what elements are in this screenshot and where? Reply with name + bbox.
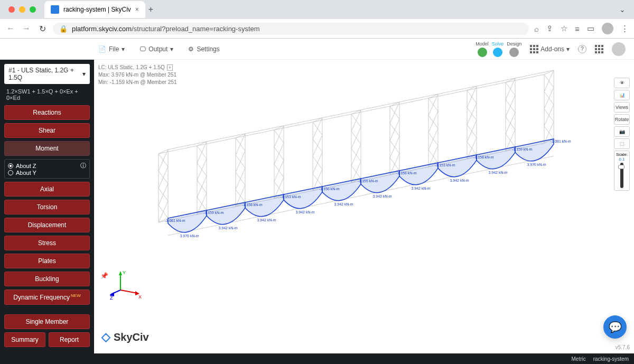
- rotate-button[interactable]: Rotate: [614, 114, 630, 125]
- about-z-radio[interactable]: About Zⓘ: [8, 162, 86, 170]
- menu-icon[interactable]: ⋮: [621, 24, 629, 33]
- app-toolbar: 📄File▾ 🖵Output▾ ⚙Settings Model Solve De…: [0, 39, 634, 60]
- project-label[interactable]: racking-system: [593, 356, 629, 362]
- forward-button[interactable]: →: [21, 24, 32, 33]
- about-y-radio[interactable]: About Y: [8, 170, 86, 176]
- svg-line-133: [544, 70, 554, 92]
- apps-launcher-icon[interactable]: [595, 45, 603, 53]
- help-icon[interactable]: ?: [578, 45, 586, 53]
- file-menu[interactable]: 📄File▾: [98, 45, 125, 53]
- tab-title: racking-system | SkyCiv: [63, 6, 131, 13]
- single-member-button[interactable]: Single Member: [4, 314, 90, 329]
- svg-text:3.942 kN-m: 3.942 kN-m: [412, 186, 431, 190]
- svg-line-71: [351, 127, 361, 149]
- plates-button[interactable]: Plates: [4, 254, 90, 268]
- svg-line-105: [467, 120, 477, 142]
- svg-text:3.942 kN-m: 3.942 kN-m: [296, 210, 315, 214]
- apps-grid-icon: [530, 45, 538, 53]
- chart-button[interactable]: 📊: [614, 90, 630, 100]
- mode-solve[interactable]: Solve: [492, 41, 504, 57]
- moment-axis-options: About Zⓘ About Y: [4, 159, 90, 179]
- svg-text:-1.159 kN-m: -1.159 kN-m: [512, 147, 533, 151]
- report-button[interactable]: Report: [49, 332, 90, 347]
- version-label: v5.7.6: [616, 344, 630, 350]
- svg-line-107: [467, 104, 477, 125]
- window-controls[interactable]: [4, 6, 40, 13]
- scale-control[interactable]: Scale: 0.1: [614, 151, 630, 191]
- stress-button[interactable]: Stress: [4, 236, 90, 250]
- file-icon: 📄: [98, 45, 106, 53]
- displacement-button[interactable]: Displacement: [4, 218, 90, 232]
- svg-line-35: [236, 151, 245, 173]
- address-bar[interactable]: 🔒 platform.skyciv.com/structural?preload…: [53, 23, 529, 35]
- svg-text:Z: Z: [110, 295, 113, 301]
- svg-text:3.942 kN-m: 3.942 kN-m: [219, 226, 238, 230]
- svg-line-93: [428, 128, 438, 150]
- svg-line-131: [544, 88, 554, 109]
- svg-line-119: [506, 96, 515, 117]
- views-button[interactable]: Views: [614, 102, 630, 113]
- units-label[interactable]: Metric: [572, 356, 586, 362]
- search-icon[interactable]: ⌕: [534, 24, 539, 33]
- settings-menu[interactable]: ⚙Settings: [188, 45, 219, 53]
- minimize-window-icon[interactable]: [19, 6, 25, 13]
- moment-button[interactable]: Moment: [4, 141, 90, 156]
- svg-line-21: [197, 176, 207, 198]
- back-button[interactable]: ←: [5, 24, 16, 33]
- bookmark-icon[interactable]: ☆: [561, 24, 567, 33]
- extensions-icon[interactable]: ≡: [575, 24, 580, 33]
- torsion-button[interactable]: Torsion: [4, 200, 90, 214]
- viewport-tools: 👁 📊 Views Rotate 📷 ⬚ Scale: 0.1: [614, 78, 630, 191]
- panel-icon[interactable]: ▭: [587, 24, 594, 33]
- addons-menu[interactable]: Add-ons▾: [530, 45, 570, 53]
- info-icon[interactable]: ⓘ: [80, 162, 86, 170]
- pin-icon[interactable]: 📌: [100, 272, 108, 279]
- svg-marker-159: [119, 271, 122, 275]
- chat-button[interactable]: 💬: [603, 315, 627, 339]
- svg-text:Y: Y: [123, 270, 126, 275]
- dyn-freq-button[interactable]: Dynamic FrequencyNEW: [4, 290, 90, 305]
- axis-triad: Y X Z: [110, 269, 142, 301]
- svg-text:3.942 kN-m: 3.942 kN-m: [257, 218, 276, 222]
- close-window-icon[interactable]: [8, 6, 15, 13]
- svg-line-95: [428, 111, 438, 133]
- box-button[interactable]: ⬚: [614, 138, 630, 149]
- load-combo-formula: 1.2×SW1 + 1.5×Q + 0×Ex + 0×Ed: [4, 87, 90, 102]
- load-combo-select[interactable]: #1 - ULS Static, 1.2G + 1.5Q▾: [4, 64, 90, 84]
- mode-model[interactable]: Model: [476, 41, 489, 57]
- svg-text:3.942 kN-m: 3.942 kN-m: [334, 202, 353, 206]
- share-icon[interactable]: ⇪: [546, 24, 553, 33]
- svg-line-117: [506, 113, 515, 134]
- gear-icon: ⚙: [188, 45, 194, 53]
- close-tab-icon[interactable]: ×: [135, 6, 139, 13]
- reload-button[interactable]: ↻: [37, 24, 48, 34]
- shear-button[interactable]: Shear: [4, 123, 90, 138]
- user-avatar[interactable]: [612, 42, 626, 56]
- output-menu[interactable]: 🖵Output▾: [139, 45, 173, 53]
- chevron-down-icon: ▾: [82, 70, 86, 78]
- results-sidebar: #1 - ULS Static, 1.2G + 1.5Q▾ 1.2×SW1 + …: [0, 60, 94, 353]
- svg-text:-1.159 kN-m: -1.159 kN-m: [203, 211, 224, 214]
- chevron-down-icon: ▾: [170, 45, 173, 53]
- visibility-button[interactable]: 👁: [614, 78, 630, 88]
- maximize-window-icon[interactable]: [30, 6, 36, 13]
- new-badge: NEW: [71, 293, 81, 298]
- new-tab-button[interactable]: +: [148, 5, 153, 14]
- logo-icon: ◇: [101, 330, 110, 344]
- summary-button[interactable]: Summary: [4, 332, 45, 347]
- mode-design[interactable]: Design: [507, 41, 521, 57]
- svg-line-69: [351, 144, 361, 166]
- svg-line-81: [390, 136, 399, 158]
- profile-avatar[interactable]: [602, 23, 613, 34]
- axial-button[interactable]: Axial: [4, 182, 90, 197]
- monitor-icon: 🖵: [139, 45, 146, 53]
- tabs-chevron-icon[interactable]: ⌄: [619, 5, 626, 14]
- svg-line-59: [313, 135, 322, 157]
- reactions-button[interactable]: Reactions: [4, 105, 90, 120]
- browser-tab[interactable]: racking-system | SkyCiv ×: [44, 1, 145, 18]
- svg-text:-1.081 kN-m: -1.081 kN-m: [551, 139, 571, 143]
- buckling-button[interactable]: Buckling: [4, 272, 90, 286]
- model-canvas[interactable]: LC: ULS Static, 1.2G + 1.5Q+ Max: 3.976 …: [94, 60, 634, 353]
- camera-button[interactable]: 📷: [614, 126, 630, 137]
- scale-slider[interactable]: [620, 163, 623, 188]
